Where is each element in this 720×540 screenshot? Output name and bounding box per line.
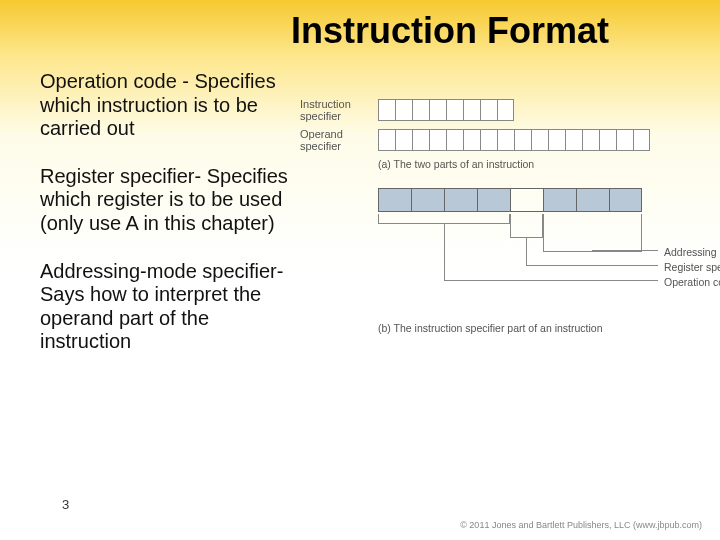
copyright-notice: © 2011 Jones and Bartlett Publishers, LL… [460,520,702,530]
label-instruction-specifier: Instruction specifier [300,98,378,122]
bit-cell [480,129,497,151]
bit-cell [429,129,446,151]
bit-cell [497,129,514,151]
lead-line [444,280,658,281]
bit-cell [446,99,463,121]
bit-cell-addressing [576,188,609,212]
label-operand-specifier: Operand specifier [300,128,378,152]
diagram-column: Instruction specifier Operand specifier [300,70,690,378]
content-area: Operation code - Specifies which instruc… [0,52,720,378]
row-operand-specifier: Operand specifier [300,128,690,152]
bit-cell [463,99,480,121]
paragraph-register: Register specifier- Specifies which regi… [40,165,290,236]
bit-cell [378,99,395,121]
text-column: Operation code - Specifies which instruc… [40,70,300,378]
bit-cell-opcode [411,188,444,212]
bit-cell [548,129,565,151]
bit-cell [582,129,599,151]
lead-line [592,250,658,251]
lead-line [592,250,593,252]
bit-cell [395,129,412,151]
lead-line [526,238,527,265]
bracket-addressing [543,214,642,252]
lead-label-register: Register specifier or 5th bit of opcode [664,261,720,273]
bit-cell-opcode [378,188,411,212]
bit-cell-addressing [543,188,576,212]
bracket-register [510,214,543,238]
bit-cell-addressing [609,188,642,212]
paragraph-addressing: Addressing-mode specifier- Says how to i… [40,260,290,354]
lead-label-addressing: Addressing mode [664,246,720,258]
bit-cell-opcode [444,188,477,212]
bit-cell [463,129,480,151]
instruction-byte-cells [378,99,514,121]
bit-cell [480,99,497,121]
bracket-opcode [378,214,510,224]
operand-cells [378,129,650,151]
bit-cell [599,129,616,151]
bit-cell [412,99,429,121]
lead-label-opcode: Operation code [664,276,720,288]
bit-cell [412,129,429,151]
page-title: Instruction Format [0,0,720,52]
caption-a: (a) The two parts of an instruction [378,158,690,170]
bit-cell-register [510,188,543,212]
caption-b: (b) The instruction specifier part of an… [378,322,690,334]
bit-cell [633,129,650,151]
row-instruction-specifier: Instruction specifier [300,98,690,122]
page-number: 3 [62,497,69,512]
bit-cell [565,129,582,151]
bracket-leads: Addressing mode Register specifier or 5t… [378,214,690,274]
bit-cell [446,129,463,151]
bit-cell [378,129,395,151]
diagram-a: Instruction specifier Operand specifier [300,98,690,170]
bit-cell [514,129,531,151]
paragraph-opcode: Operation code - Specifies which instruc… [40,70,290,141]
bit-cell [429,99,446,121]
bit-cell [395,99,412,121]
bit-cell [616,129,633,151]
lead-line [526,265,658,266]
bit-cell [531,129,548,151]
instruction-specifier-byte [378,188,690,212]
bit-cell-opcode [477,188,510,212]
bit-cell [497,99,514,121]
lead-line [444,224,445,280]
diagram-b: Addressing mode Register specifier or 5t… [300,188,690,334]
